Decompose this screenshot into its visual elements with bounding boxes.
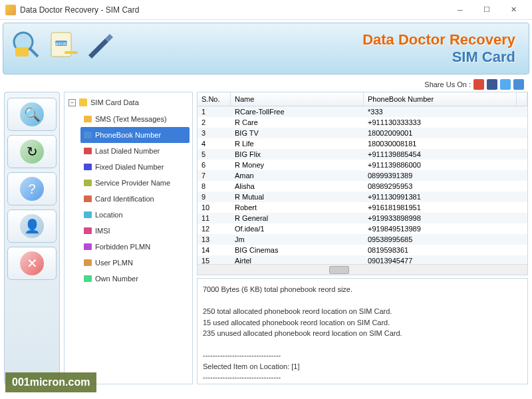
svg-text:REPORT: REPORT <box>55 42 68 46</box>
recover-button[interactable]: ↻ <box>7 135 57 168</box>
tree-item-label: IMSI <box>95 227 110 235</box>
minimize-button[interactable]: ─ <box>447 1 473 19</box>
table-row[interactable]: 5BIG Flix+911139885454 <box>198 149 527 160</box>
cell-sno: 15 <box>198 256 231 264</box>
cell-sno: 8 <box>198 182 231 191</box>
column-number[interactable]: PhoneBook Number <box>364 92 517 106</box>
cell-number: +911130333333 <box>364 118 527 127</box>
twitter-icon[interactable] <box>500 79 511 90</box>
cell-name: Of.idea/1 <box>231 224 364 233</box>
tree-item[interactable]: Own Number <box>80 271 190 287</box>
app-icon <box>5 5 16 15</box>
table-row[interactable]: 7Aman08999391389 <box>198 170 527 181</box>
share-other-icon[interactable] <box>513 79 524 90</box>
svg-rect-13 <box>84 196 92 202</box>
tree-item[interactable]: Service Provider Name <box>80 175 190 191</box>
share-label: Share Us On : <box>424 80 471 88</box>
table-row[interactable]: 4R Life180030008181 <box>198 138 527 149</box>
table-body[interactable]: 1RCare-TollFree*3332R Care+9111303333333… <box>198 106 527 264</box>
cell-sno: 10 <box>198 203 231 212</box>
tree-children: SMS (Text Messages)PhoneBook NumberLast … <box>80 111 190 287</box>
cell-sno: 14 <box>198 245 231 255</box>
cell-name: Jm <box>231 235 364 244</box>
report-icon: REPORT <box>46 29 79 62</box>
svg-rect-10 <box>84 148 92 154</box>
table-row[interactable]: 13Jm09538995685 <box>198 234 527 245</box>
svg-rect-9 <box>84 132 92 138</box>
tree-item[interactable]: Last Dialed Number <box>80 143 190 159</box>
magnifier-sim-icon <box>10 29 43 62</box>
close-button[interactable]: ✕ <box>500 1 527 19</box>
share-bar: Share Us On : <box>0 77 532 92</box>
card-icon <box>83 194 92 203</box>
scan-button[interactable]: 🔍 <box>7 98 57 131</box>
column-sno[interactable]: S.No. <box>198 92 231 106</box>
phonebook-icon <box>83 130 92 140</box>
column-name[interactable]: Name <box>231 92 364 106</box>
table-row[interactable]: 2R Care+911130333333 <box>198 117 527 128</box>
fixed-icon <box>83 162 92 172</box>
cell-sno: 13 <box>198 235 231 244</box>
cell-sno: 11 <box>198 213 231 223</box>
table-row[interactable]: 14BIG Cinemas0819598361 <box>198 245 527 255</box>
cell-number: +911139886000 <box>364 160 527 170</box>
cell-number: +919849513989 <box>364 224 527 233</box>
cell-sno: 5 <box>198 150 231 159</box>
table-row[interactable]: 9R Mutual+911130991381 <box>198 192 527 202</box>
help-icon: ? <box>20 177 44 201</box>
content-panel: S.No. Name PhoneBook Number 1RCare-TollF… <box>197 92 528 384</box>
svg-rect-2 <box>15 47 29 57</box>
table-row[interactable]: 10Robert+916181981951 <box>198 202 527 213</box>
cell-number: 180030008181 <box>364 139 527 148</box>
tree-item[interactable]: IMSI <box>80 223 190 239</box>
maximize-button[interactable]: ☐ <box>473 1 500 19</box>
location-icon <box>83 210 92 219</box>
pen-icon <box>82 29 115 62</box>
table-row[interactable]: 6R Money+911139886000 <box>198 160 527 170</box>
cell-name: Robert <box>231 203 364 212</box>
table-row[interactable]: 3BIG TV18002009001 <box>198 128 527 138</box>
svg-rect-14 <box>84 211 92 218</box>
tree-item[interactable]: Fixed Dialed Number <box>80 159 190 175</box>
table-row[interactable]: 15Airtel09013945477 <box>198 255 527 264</box>
facebook-icon[interactable] <box>487 79 497 90</box>
cell-number: 09013945477 <box>364 256 527 264</box>
scrollbar-thumb[interactable] <box>329 266 349 274</box>
own-icon <box>83 274 92 283</box>
tree-item[interactable]: Card Identification <box>80 191 190 207</box>
tree-item[interactable]: PhoneBook Number <box>80 127 190 143</box>
tree-item[interactable]: SMS (Text Messages) <box>80 111 190 127</box>
cell-name: R Mutual <box>231 192 364 201</box>
table-header: S.No. Name PhoneBook Number <box>198 92 527 106</box>
tree-item-label: Last Dialed Number <box>95 147 160 155</box>
tree-item-label: Location <box>95 211 123 219</box>
cell-number: +911130991381 <box>364 192 527 201</box>
column-scroll-spacer <box>517 92 527 106</box>
tree-root[interactable]: − SIM Card Data <box>67 96 190 108</box>
table-row[interactable]: 8Alisha08989295953 <box>198 181 527 192</box>
table: S.No. Name PhoneBook Number 1RCare-TollF… <box>197 92 528 275</box>
tree-item[interactable]: Location <box>80 207 190 223</box>
cell-sno: 12 <box>198 224 231 233</box>
tree-item[interactable]: User PLMN <box>80 255 190 271</box>
user-plmn-icon <box>83 258 92 267</box>
help-button[interactable]: ? <box>7 172 57 205</box>
cell-name: R Money <box>231 160 364 170</box>
banner-title: Data Doctor Recovery SIM Card <box>362 31 515 66</box>
user-button[interactable]: 👤 <box>7 209 57 243</box>
tree-item[interactable]: Forbidden PLMN <box>80 239 190 255</box>
banner: REPORT Data Doctor Recovery SIM Card <box>3 23 529 74</box>
table-row[interactable]: 1RCare-TollFree*333 <box>198 106 527 117</box>
svg-rect-7 <box>79 98 87 106</box>
table-row[interactable]: 11R General+919933898998 <box>198 213 527 223</box>
tree-collapse-icon[interactable]: − <box>68 99 76 106</box>
googleplus-icon[interactable] <box>473 79 484 90</box>
banner-title-sub: SIM Card <box>362 49 515 66</box>
close-sidebar-button[interactable]: ✕ <box>7 247 57 280</box>
table-row[interactable]: 12Of.idea/1+919849513989 <box>198 223 527 234</box>
details-panel: 7000 Bytes (6 KB) total phonebook reord … <box>197 278 528 384</box>
cell-sno: 9 <box>198 192 231 201</box>
user-icon: 👤 <box>20 214 44 238</box>
horizontal-scrollbar[interactable] <box>198 264 527 275</box>
svg-rect-15 <box>84 227 92 234</box>
